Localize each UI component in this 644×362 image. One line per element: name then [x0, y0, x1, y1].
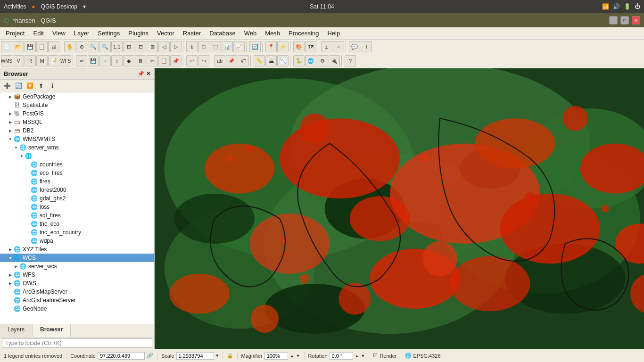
plugin1[interactable]: 🔌	[329, 55, 340, 66]
measure-line[interactable]: 📏	[254, 55, 265, 66]
map-theme[interactable]: 🗺	[305, 41, 316, 52]
rotation-input[interactable]	[330, 352, 353, 360]
add-raster[interactable]: R	[25, 55, 36, 66]
menu-project[interactable]: Project	[2, 29, 28, 38]
zoom-selection-button[interactable]: ⊠	[147, 41, 158, 52]
add-mesh[interactable]: M	[36, 55, 48, 66]
add-vector[interactable]: V	[13, 55, 24, 66]
browser-item-spatialite[interactable]: 🗄 SpatiaLite	[0, 101, 154, 109]
redo-button[interactable]: ↪	[198, 55, 209, 66]
browser-item-fires[interactable]: 🌐 fires	[0, 177, 154, 186]
copy-features[interactable]: 📋	[158, 55, 170, 66]
profile-tool[interactable]: 📉	[277, 55, 289, 66]
sum-button[interactable]: Σ	[321, 41, 332, 52]
browser-item-postgis[interactable]: ▶ 🐘 PostGIS	[0, 109, 154, 118]
move-feature[interactable]: ↕	[111, 55, 123, 66]
pan-to-selection[interactable]: ⊕	[76, 41, 87, 52]
scale-dropdown-icon[interactable]: ▾	[216, 353, 219, 359]
browser-item-tnc-eco[interactable]: 🌐 tnc_eco	[0, 220, 154, 228]
activities-label[interactable]: Activities	[4, 3, 26, 10]
browser-item-tnc-eco-country[interactable]: 🌐 tnc_eco_country	[0, 228, 154, 237]
minimize-button[interactable]: —	[609, 16, 618, 25]
add-annotation[interactable]: 💬	[349, 41, 360, 52]
browser-item-server-wcs[interactable]: ▶ 🌐 server_wcs	[0, 262, 154, 271]
label-button[interactable]: ab	[214, 55, 225, 66]
filter-browser-button[interactable]: 🔽	[25, 81, 35, 91]
coordinate-input[interactable]	[98, 352, 145, 360]
zoom-in-button[interactable]: 🔍	[88, 41, 99, 52]
browser-item-wms-wmts[interactable]: ▼ 🌐 WMS/WMTS	[0, 135, 154, 143]
save-project-button[interactable]: 💾	[25, 41, 36, 52]
open-project-button[interactable]: 📂	[13, 41, 24, 52]
epsg-status[interactable]: 🌐 EPSG:4326	[405, 353, 445, 359]
browser-item-eco-fires[interactable]: 🌐 eco_fires	[0, 169, 154, 177]
georeferencer[interactable]: ⚙	[317, 55, 328, 66]
magnifier-spin-up[interactable]: ▲	[290, 354, 294, 358]
rotation-spin-down[interactable]: ▼	[361, 354, 365, 358]
browser-item-loss[interactable]: 🌐 loss	[0, 203, 154, 211]
browser-properties-button[interactable]: ℹ	[47, 81, 58, 91]
style-manager[interactable]: 🎨	[293, 41, 305, 52]
browser-pin-icon[interactable]: 📌	[138, 71, 144, 77]
save-edits[interactable]: 💾	[88, 55, 99, 66]
menu-layer[interactable]: Layer	[70, 29, 93, 38]
browser-item-wdpa[interactable]: 🌐 wdpa	[0, 237, 154, 245]
browser-item-ows[interactable]: ▶ 🌐 OWS	[0, 279, 154, 288]
menu-settings[interactable]: Settings	[94, 29, 124, 38]
statistics-button[interactable]: 📈	[233, 41, 245, 52]
select-by-location[interactable]: 📍	[265, 41, 277, 52]
add-feature[interactable]: +	[99, 55, 111, 66]
text-annotation[interactable]: T	[361, 41, 372, 52]
cut-features[interactable]: ✂	[147, 55, 158, 66]
add-csv[interactable]: 📝	[48, 55, 59, 66]
select-by-expression[interactable]: ⚡	[277, 41, 289, 52]
globe-plugin[interactable]: 🌐	[305, 55, 316, 66]
zoom-prev-button[interactable]: ◁	[158, 41, 170, 52]
print-button[interactable]: 🖨	[48, 41, 59, 52]
browser-item-wfs[interactable]: ▶ 🌐 WFS	[0, 271, 154, 279]
undo-button[interactable]: ↩	[186, 55, 198, 66]
power-icon[interactable]: ⏻	[635, 3, 640, 10]
zoom-next-button[interactable]: ▷	[170, 41, 182, 52]
node-tool[interactable]: ◆	[123, 55, 134, 66]
add-wfs[interactable]: WFS	[60, 55, 71, 66]
delete-selected[interactable]: 🗑	[135, 55, 146, 66]
browser-item-globe-sub[interactable]: ▼ 🌐	[0, 152, 154, 160]
browser-item-arcgismapserver[interactable]: 🌐 ArcGisMapServer	[0, 288, 154, 296]
menu-processing[interactable]: Processing	[285, 29, 322, 38]
browser-item-forest2000[interactable]: 🌐 forest2000	[0, 186, 154, 194]
browser-item-xyz-tiles[interactable]: ▶ 🌐 XYZ Tiles	[0, 245, 154, 254]
tab-browser[interactable]: Browser	[33, 324, 71, 337]
magnifier-spin-down[interactable]: ▼	[296, 354, 300, 358]
menu-web[interactable]: Web	[240, 29, 261, 38]
zoom-out-button[interactable]: 🔍	[99, 41, 111, 52]
tab-layers[interactable]: Layers	[0, 324, 33, 337]
field-calc[interactable]: ≡	[333, 41, 344, 52]
browser-close-icon[interactable]: ✕	[146, 71, 150, 77]
menu-view[interactable]: View	[49, 29, 69, 38]
browser-item-mssql[interactable]: ▶ 🗃 MSSQL	[0, 118, 154, 126]
browser-item-wcs[interactable]: ▼ 🌐 WCS	[0, 254, 154, 262]
map-area[interactable]	[155, 68, 644, 349]
browser-item-gdal-ghs2[interactable]: 🌐 gdal_ghs2	[0, 194, 154, 203]
locate-input[interactable]	[2, 338, 152, 348]
add-wms[interactable]: WMS	[1, 55, 12, 66]
show-unplaced[interactable]: 🏷	[238, 55, 249, 66]
identify-button[interactable]: ℹ	[186, 41, 198, 52]
terrain-analysis[interactable]: ⛰	[265, 55, 277, 66]
browser-item-arcgisfeatureserver[interactable]: 🌐 ArcGisFeatureServer	[0, 296, 154, 304]
python-console[interactable]: 🐍	[293, 55, 305, 66]
edit-button[interactable]: ✏	[76, 55, 87, 66]
menu-database[interactable]: Database	[206, 29, 239, 38]
browser-item-geopackage[interactable]: ▶ 📦 GeoPackage	[0, 92, 154, 101]
zoom-to-native[interactable]: 1:1	[111, 41, 123, 52]
render-checkbox[interactable]: ☑	[373, 353, 378, 359]
scale-input[interactable]	[176, 352, 214, 360]
menu-mesh[interactable]: Mesh	[261, 29, 284, 38]
open-table-button[interactable]: 📊	[222, 41, 233, 52]
help-button[interactable]: ?	[345, 55, 356, 66]
collapse-all-button[interactable]: ⬆	[36, 81, 46, 91]
app-dropdown-icon[interactable]: ▾	[83, 3, 86, 10]
refresh-button[interactable]: 🔄	[249, 41, 261, 52]
maximize-button[interactable]: □	[620, 16, 629, 25]
